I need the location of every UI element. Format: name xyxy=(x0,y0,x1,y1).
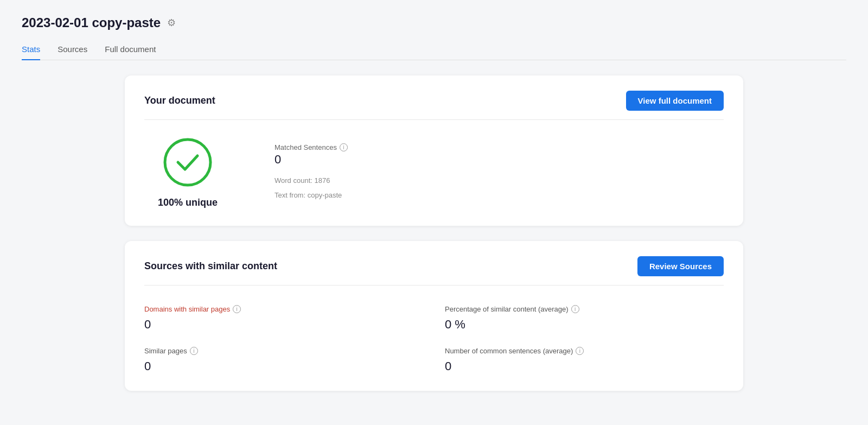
domains-value: 0 xyxy=(144,318,423,332)
gear-icon[interactable]: ⚙ xyxy=(167,17,176,29)
document-card-header: Your document View full document xyxy=(144,91,724,120)
text-from-meta: Text from: copy-paste xyxy=(275,191,348,199)
similar-pages-label: Similar pages i xyxy=(144,347,423,355)
tab-stats[interactable]: Stats xyxy=(22,40,40,60)
document-stats-block: Matched Sentences i 0 Word count: 1876 T… xyxy=(275,143,348,200)
pct-similar-info-icon[interactable]: i xyxy=(571,305,579,313)
similar-pages-stat-block: Similar pages i 0 xyxy=(144,347,423,373)
word-count-meta: Word count: 1876 xyxy=(275,176,348,185)
matched-sentences-value: 0 xyxy=(275,153,348,167)
pct-similar-label: Percentage of similar content (average) … xyxy=(445,305,724,313)
tab-sources[interactable]: Sources xyxy=(58,40,87,60)
common-sentences-stat-block: Number of common sentences (average) i 0 xyxy=(445,347,724,373)
similar-pages-info-icon[interactable]: i xyxy=(190,347,198,355)
svg-point-0 xyxy=(165,139,210,185)
sources-card-title: Sources with similar content xyxy=(144,261,277,272)
document-card: Your document View full document 100% un… xyxy=(125,75,743,226)
document-card-body: 100% unique Matched Sentences i 0 Word c… xyxy=(144,129,724,208)
document-card-title: Your document xyxy=(144,95,215,106)
pct-similar-value: 0 % xyxy=(445,318,724,332)
view-full-document-button[interactable]: View full document xyxy=(626,91,724,111)
cards-area: Your document View full document 100% un… xyxy=(125,75,743,391)
matched-sentences-info-icon[interactable]: i xyxy=(340,143,348,151)
uniqueness-circle xyxy=(161,135,215,189)
sources-card: Sources with similar content Review Sour… xyxy=(125,241,743,391)
sources-card-header: Sources with similar content Review Sour… xyxy=(144,256,724,286)
sources-card-body: Domains with similar pages i 0 Percentag… xyxy=(144,294,724,373)
tabs-row: Stats Sources Full document xyxy=(22,40,846,60)
similar-pages-value: 0 xyxy=(144,359,423,373)
review-sources-button[interactable]: Review Sources xyxy=(637,256,724,276)
common-sentences-info-icon[interactable]: i xyxy=(576,347,584,355)
domains-stat-block: Domains with similar pages i 0 xyxy=(144,305,423,332)
unique-percent-label: 100% unique xyxy=(158,197,218,208)
uniqueness-circle-container: 100% unique xyxy=(144,135,231,208)
page-title: 2023-02-01 copy-paste xyxy=(22,15,161,30)
domains-info-icon[interactable]: i xyxy=(233,305,241,313)
common-sentences-label: Number of common sentences (average) i xyxy=(445,347,724,355)
domains-label: Domains with similar pages i xyxy=(144,305,423,313)
common-sentences-value: 0 xyxy=(445,359,724,373)
matched-sentences-label: Matched Sentences i 0 xyxy=(275,143,348,171)
pct-similar-stat-block: Percentage of similar content (average) … xyxy=(445,305,724,332)
tab-full-document[interactable]: Full document xyxy=(105,40,156,60)
